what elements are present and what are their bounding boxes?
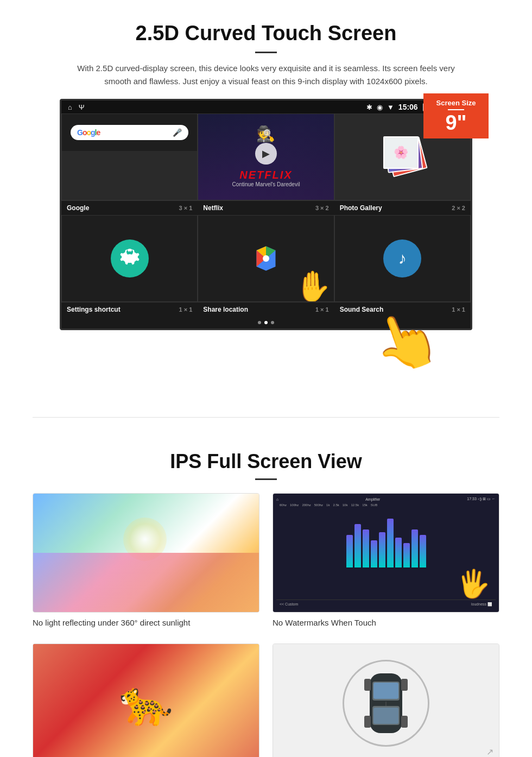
feature-image-car: ↗ [273, 644, 499, 757]
hand-pointer: 🤚 [294, 269, 331, 301]
amp-bars [276, 508, 496, 573]
gear-icon [119, 248, 141, 269]
feature-sunlight: No light reflecting under 360° direct su… [33, 493, 259, 627]
feature-label-sunlight: No light reflecting under 360° direct su… [33, 618, 259, 627]
status-bar: ⌂ Ψ ✱ ◉ ▼ 15:06 ⬜ ◁) ⊠ ▭ [61, 100, 471, 113]
feature-amplifier: ⌂ Amplifier 17:33 ◁) ⊠ ▭ ← 60hz100hz200h… [273, 493, 499, 627]
status-left: ⌂ Ψ [68, 103, 85, 111]
angle-arrows: ↗ [486, 747, 493, 757]
soundsearch-grid-size: 1 × 1 [452, 306, 465, 313]
svg-rect-14 [401, 716, 408, 728]
curved-section: 2.5D Curved Touch Screen With 2.5D curve… [0, 0, 532, 395]
amp-home-icon: ⌂ [276, 497, 278, 501]
cheetah-image: 🐆 [33, 644, 259, 757]
settings-grid-size: 1 × 1 [179, 306, 193, 313]
badge-label: Screen Size [428, 99, 484, 107]
netflix-play-button[interactable]: ▶ [255, 143, 277, 165]
location-icon: ◉ [377, 103, 383, 111]
google-grid-size: 3 × 1 [179, 205, 193, 211]
sound-icon-circle: ♪ [383, 239, 421, 277]
google-label: Google 3 × 1 [61, 200, 198, 215]
google-cell-content: Google 🎤 [62, 114, 197, 151]
settings-label: Settings shortcut 1 × 1 [61, 302, 198, 317]
amp-custom: << Custom [280, 602, 298, 607]
amp-bar-3 [363, 529, 369, 567]
svg-rect-8 [373, 683, 398, 699]
ips-title-divider [255, 478, 277, 480]
netflix-grid-size: 3 × 2 [315, 205, 329, 211]
mic-icon[interactable]: 🎤 [173, 128, 182, 137]
netflix-cell-content: 🕵️ ▶ NETFLIX Continue Marvel's Daredevil [198, 114, 333, 200]
soundsearch-label: Sound Search 1 × 1 [334, 302, 471, 317]
title-divider [255, 52, 277, 53]
google-app-cell[interactable]: Google 🎤 [61, 113, 198, 200]
bluetooth-icon: ✱ [366, 103, 372, 111]
netflix-app-name: Netflix [203, 204, 223, 212]
netflix-subtitle: Continue Marvel's Daredevil [232, 181, 300, 187]
amp-bar-9 [411, 529, 418, 567]
settings-cell-content [62, 216, 197, 301]
badge-divider [448, 109, 464, 110]
feature-image-cheetah: 🐆 [33, 644, 259, 757]
amp-bar-6 [387, 519, 394, 567]
device-wrapper: Screen Size 9" ⌂ Ψ ✱ ◉ ▼ 15:06 ⬜ ◁) ⊠ [60, 99, 472, 330]
page-divider [33, 417, 499, 418]
svg-rect-11 [364, 679, 371, 691]
amp-freq-labels: 60hz100hz200hz500hz1k2.5k10k12.5k15kSUB [276, 503, 496, 507]
settings-app-cell[interactable] [61, 215, 198, 302]
maps-icon [252, 245, 280, 272]
amp-hand: 🖐 [457, 568, 490, 600]
shareloc-grid-size: 1 × 1 [315, 306, 329, 313]
amp-bar-7 [395, 538, 402, 567]
usb-icon: Ψ [79, 103, 85, 111]
google-app-name: Google [67, 204, 89, 212]
sound-search-cell[interactable]: ♪ [334, 215, 471, 302]
sound-search-content: ♪ [335, 216, 470, 301]
amp-bar-10 [420, 535, 426, 567]
app-grid-row1: Google 🎤 🕵️ ▶ NETFLIX Continue M [61, 113, 471, 200]
amp-title: Amplifier [365, 497, 380, 501]
share-location-cell[interactable]: 🤚 [198, 215, 334, 302]
amp-bar-8 [403, 543, 410, 567]
feature-image-sunlight [33, 493, 259, 613]
home-icon[interactable]: ⌂ [68, 103, 72, 111]
feature-car: ↗ Large Viewing Angle [273, 644, 499, 757]
pagination-dots [61, 317, 471, 329]
amp-bar-1 [346, 535, 353, 567]
amp-footer: << Custom loudness ⬜ [276, 600, 496, 609]
google-search-bar[interactable]: Google 🎤 [71, 125, 188, 140]
feature-cheetah: 🐆 Super Fast Response [33, 644, 259, 757]
car-top-image: ↗ [273, 644, 499, 757]
cheetah-emoji: 🐆 [119, 678, 173, 729]
shareloc-app-name: Share location [203, 306, 248, 313]
netflix-label: Netflix 3 × 2 [198, 200, 334, 215]
netflix-app-cell[interactable]: 🕵️ ▶ NETFLIX Continue Marvel's Daredevil [198, 113, 334, 200]
car-circle [343, 660, 429, 747]
amp-header: ⌂ Amplifier 17:33 ◁) ⊠ ▭ ← [276, 497, 496, 501]
dot-1 [258, 321, 261, 324]
share-location-content: 🤚 [198, 216, 333, 301]
dot-3 [271, 321, 274, 324]
ips-section: IPS Full Screen View No light reflecting… [0, 439, 532, 757]
amp-bar-5 [379, 532, 385, 567]
gallery-app-name: Photo Gallery [340, 204, 382, 212]
netflix-logo: NETFLIX [239, 169, 292, 181]
feature-image-amplifier: ⌂ Amplifier 17:33 ◁) ⊠ ▭ ← 60hz100hz200h… [273, 493, 499, 613]
device-screen: ⌂ Ψ ✱ ◉ ▼ 15:06 ⬜ ◁) ⊠ ▭ [60, 99, 472, 330]
svg-rect-12 [401, 679, 408, 691]
amp-bar-2 [354, 524, 361, 567]
stacked-photos: 🌸 [381, 135, 424, 179]
amp-controls: 17:33 ◁) ⊠ ▭ ← [467, 497, 496, 501]
badge-size: 9" [428, 112, 484, 133]
soundsearch-app-name: Sound Search [340, 306, 384, 313]
google-logo: Google [77, 128, 100, 137]
dot-2 [264, 321, 268, 324]
curved-title: 2.5D Curved Touch Screen [33, 22, 499, 45]
ips-title: IPS Full Screen View [33, 450, 499, 473]
gallery-grid-size: 2 × 2 [452, 205, 465, 211]
app-labels-row2: Settings shortcut 1 × 1 Share location 1… [61, 302, 471, 317]
amp-bars-container: 🖐 [276, 508, 496, 600]
wifi-icon: ▼ [387, 103, 394, 111]
shareloc-label: Share location 1 × 1 [198, 302, 334, 317]
settings-icon-circle [111, 239, 149, 277]
